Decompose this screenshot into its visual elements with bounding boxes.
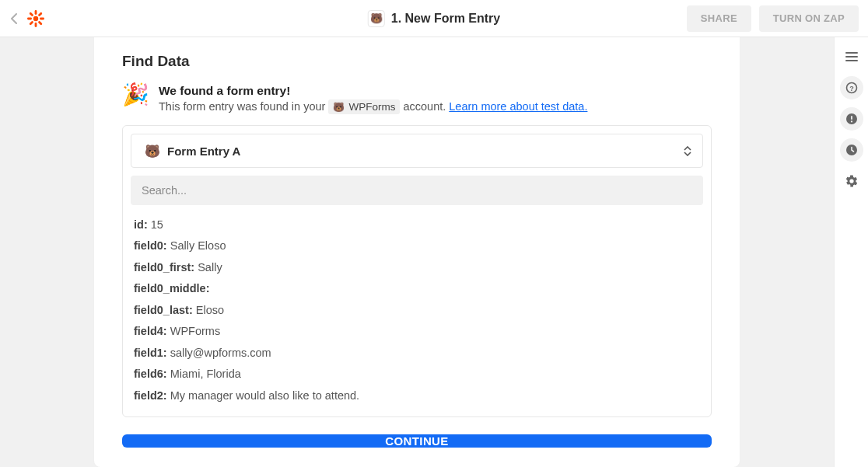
clock-icon [845,144,858,156]
wpforms-icon: 🐻 [333,102,345,113]
svg-rect-15 [851,116,852,120]
field-row: field6: Miami, Florida [134,365,703,382]
field-row: field2: My manager would also like to at… [134,387,703,404]
field-key: field4: [134,325,167,337]
list-icon [845,51,858,62]
svg-rect-8 [38,20,43,25]
sort-caret-icon [684,146,691,156]
field-row: field0: Sally Eloso [134,237,703,254]
wpforms-icon: 🐻 [142,143,163,159]
svg-rect-2 [35,23,37,27]
entry-dropdown-label: Form Entry A [167,145,240,158]
turn-on-zap-button[interactable]: TURN ON ZAP [759,5,859,32]
zapier-logo [26,9,45,28]
field-value: Eloso [193,304,224,316]
field-row: field0_last: Eloso [134,301,703,319]
search-input[interactable] [131,176,703,205]
app-pill: 🐻 WPForms [328,99,400,114]
step-title-text: 1. New Form Entry [391,12,500,26]
svg-rect-4 [40,17,44,19]
field-key: field1: [134,347,167,359]
zapier-logo-icon [26,9,45,28]
svg-point-0 [33,16,38,20]
field-key: field0: [134,239,167,252]
field-value: Miami, Florida [167,368,241,380]
svg-rect-5 [38,12,43,16]
field-key: field2: [134,389,167,402]
section-title: Find Data [122,53,712,70]
entry-dropdown[interactable]: 🐻 Form Entry A [131,134,703,168]
field-row: id: 15 [134,216,703,233]
field-key: field0_last: [134,304,193,316]
svg-point-16 [850,120,852,122]
party-popper-icon: 🎉 [122,84,149,106]
field-row: field1: sally@wpforms.com [134,344,703,361]
svg-text:?: ? [849,85,854,92]
gear-icon [845,174,859,188]
alerts-button[interactable] [840,107,863,131]
continue-button[interactable]: CONTINUE [122,434,712,448]
fields-list: id: 15field0: Sally Elosofield0_first: S… [131,216,703,404]
svg-rect-7 [29,12,33,16]
svg-rect-6 [29,20,33,25]
alert-icon [845,113,858,125]
field-value: Sally Eloso [167,239,226,252]
field-value: 15 [148,218,163,231]
settings-button[interactable] [840,169,863,193]
header-actions: SHARE TURN ON ZAP [687,5,859,32]
share-button[interactable]: SHARE [687,5,751,32]
right-rail: ? [834,37,868,467]
field-value: sally@wpforms.com [167,347,271,359]
field-value: My manager would also like to attend. [167,389,359,402]
field-row: field4: WPForms [134,322,703,340]
outline-button[interactable] [840,45,863,68]
history-button[interactable] [840,138,863,162]
field-key: field0_first: [134,261,194,274]
found-entry-banner: 🎉 We found a form entry! This form entry… [122,84,712,114]
found-entry-text: We found a form entry! This form entry w… [159,84,587,114]
entry-data-box: 🐻 Form Entry A id: 15field0: Sally Eloso… [122,125,712,417]
field-value: Sally [194,261,222,274]
field-key: id: [134,218,148,231]
top-bar: 🐻 1. New Form Entry SHARE TURN ON ZAP [0,0,868,37]
svg-rect-1 [35,10,37,15]
svg-rect-3 [27,17,32,19]
editor-canvas: Find Data 🎉 We found a form entry! This … [0,37,834,467]
found-description: This form entry was found in your 🐻 WPFo… [159,99,587,114]
back-button[interactable] [5,9,23,28]
field-row: field0_middle: [134,280,703,297]
help-icon: ? [845,82,858,94]
wpforms-icon: 🐻 [368,10,385,27]
field-key: field0_middle: [134,282,210,294]
field-value: WPForms [167,325,220,337]
step-title: 🐻 1. New Form Entry [368,10,500,27]
chevron-left-icon [10,13,18,24]
learn-more-link[interactable]: Learn more about test data. [449,100,587,113]
found-heading: We found a form entry! [159,84,587,98]
field-key: field6: [134,368,167,380]
help-button[interactable]: ? [840,76,863,99]
step-panel: Find Data 🎉 We found a form entry! This … [94,37,740,467]
field-row: field0_first: Sally [134,259,703,276]
